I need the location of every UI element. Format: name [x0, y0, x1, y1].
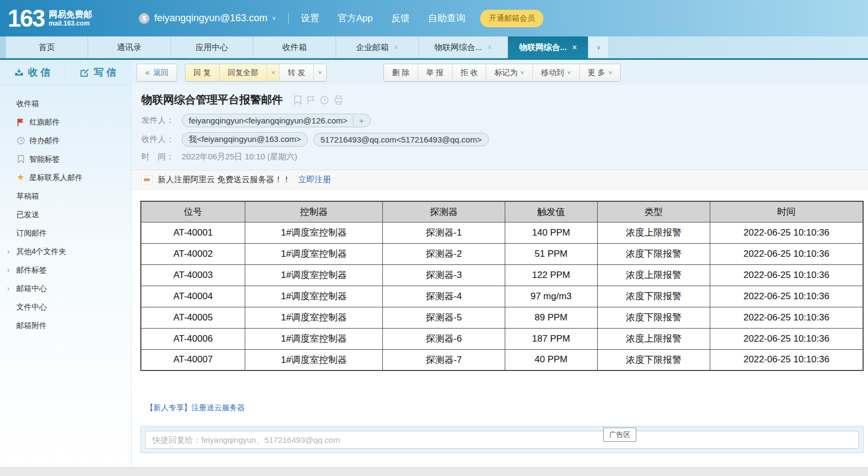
reply-button[interactable]: 回 复: [185, 64, 219, 81]
account-menu[interactable]: $ feiyangqingyun@163.com ∨: [139, 13, 276, 24]
forward-dropdown-button[interactable]: ∨: [313, 64, 326, 81]
sidebar-item-inbox[interactable]: 收件箱: [0, 94, 131, 113]
tab-contacts[interactable]: 通讯录: [88, 36, 171, 58]
close-icon[interactable]: ×: [394, 43, 398, 52]
cell-controller: 1#调度室控制器: [245, 328, 383, 349]
expand-arrow-icon[interactable]: ›: [7, 279, 10, 298]
official-app-link[interactable]: 官方App: [338, 12, 373, 24]
expand-arrow-icon[interactable]: ›: [7, 242, 10, 261]
close-icon[interactable]: ×: [487, 43, 492, 52]
flag-icon[interactable]: [307, 95, 315, 105]
sidebar-item-drafts[interactable]: 草稿箱: [0, 187, 131, 205]
back-button[interactable]: « 返回: [137, 64, 177, 81]
self-service-link[interactable]: 自助查询: [428, 12, 465, 24]
register-now-link[interactable]: 立即注册: [298, 175, 331, 185]
cell-alarm-type: 浓度上限报警: [597, 328, 710, 349]
tab-iot-platform-1[interactable]: 物联网综合... ×: [419, 36, 508, 58]
reply-all-button[interactable]: 回复全部: [219, 64, 266, 81]
tab-inbox[interactable]: 收件箱: [253, 36, 336, 58]
cell-time: 2022-06-25 10:10:36: [710, 222, 863, 243]
chevron-down-icon: ∨: [270, 64, 275, 81]
receive-mail-button[interactable]: 收 信: [0, 66, 65, 79]
account-email: feiyangqingyun@163.com: [154, 13, 267, 24]
red-flag-icon: [16, 118, 25, 126]
vip-upgrade-button[interactable]: 开通邮箱会员: [480, 10, 543, 27]
chevron-down-icon: ∨: [520, 64, 525, 81]
sidebar-item-label: 订阅邮件: [16, 224, 47, 242]
sidebar-item-label: 邮件标签: [16, 261, 47, 279]
table-row: AT-40005 1#调度室控制器 探测器-5 89 PPM 浓度下限报警 20…: [141, 307, 863, 328]
recipient-address-chip[interactable]: 517216493@qq.com<517216493@qq.com>: [313, 133, 489, 146]
chevron-down-icon: ∨: [272, 15, 276, 22]
tab-home[interactable]: 首页: [5, 36, 88, 58]
column-header: 类型: [597, 201, 710, 222]
sidebar-item-starred-contacts-mail[interactable]: ★ 星标联系人邮件: [0, 168, 131, 187]
sidebar-item-smart-tags[interactable]: 智能标签: [0, 150, 131, 168]
cell-detector: 探测器-4: [383, 286, 505, 307]
mark-as-button[interactable]: 标记为 ∨: [486, 64, 532, 81]
sidebar-item-subscriptions[interactable]: 订阅邮件: [0, 224, 131, 242]
folder-sidebar: 收 信 写 信 收件箱 红旗邮件: [0, 60, 132, 467]
add-contact-button[interactable]: +: [353, 116, 364, 125]
settings-link[interactable]: 设置: [301, 12, 319, 24]
back-arrows-icon: «: [145, 64, 150, 81]
cell-trigger-value: 89 PPM: [505, 307, 597, 328]
mail-toolbar: « 返回 回 复 回复全部 ∨ 转 发 ∨ 删 除 举 报 拒 收: [132, 60, 868, 85]
cell-trigger-value: 97 mg/m3: [505, 286, 597, 307]
cell-trigger-value: 51 PPM: [505, 243, 597, 264]
sidebar-item-other-folders[interactable]: › 其他4个文件夹: [0, 242, 131, 261]
compose-mail-button[interactable]: 写 信: [66, 66, 131, 79]
netease-163-logo[interactable]: 163 网易免费邮 mail.163.com: [8, 7, 92, 30]
report-button[interactable]: 举 报: [418, 64, 452, 81]
sidebar-item-todo-mail[interactable]: 待办邮件: [0, 131, 131, 150]
table-row: AT-40004 1#调度室控制器 探测器-4 97 mg/m3 浓度下限报警 …: [141, 286, 863, 307]
bookmark-icon[interactable]: [294, 95, 302, 105]
tab-iot-platform-2-active[interactable]: 物联网综合... ×: [508, 36, 588, 58]
recipient-address-chip[interactable]: 我<feiyangqingyun@163.com>: [182, 132, 308, 147]
topbar: 163 网易免费邮 mail.163.com $ feiyangqingyun@…: [0, 0, 868, 36]
cell-tag: AT-40002: [141, 243, 245, 264]
cell-alarm-type: 浓度下限报警: [597, 243, 710, 264]
close-icon[interactable]: ×: [572, 43, 576, 52]
sidebar-item-label: 收件箱: [16, 94, 39, 113]
recipient-address: 517216493@qq.com<517216493@qq.com>: [320, 135, 482, 144]
compose-mail-icon: [80, 68, 89, 77]
to-label: 收件人：: [141, 134, 182, 145]
sidebar-item-flagged-mail[interactable]: 红旗邮件: [0, 113, 131, 131]
cell-controller: 1#调度室控制器: [245, 307, 383, 328]
more-button[interactable]: 更 多 ∨: [579, 64, 620, 81]
cell-tag: AT-40001: [141, 222, 245, 243]
promo-link[interactable]: 【新人专享】注册送云服务器: [146, 403, 245, 412]
move-to-label: 移动到: [541, 64, 564, 81]
sidebar-item-label: 星标联系人邮件: [29, 168, 83, 187]
cell-detector: 探测器-1: [383, 222, 505, 243]
column-header: 时间: [710, 201, 863, 222]
ad-banner[interactable]: 新人注册阿里云 免费送云服务器！！ 立即注册: [132, 170, 868, 190]
compose-mail-label: 写 信: [94, 66, 116, 79]
sidebar-item-mail-center[interactable]: › 邮箱中心: [0, 279, 131, 298]
tab-enterprise-mail[interactable]: 企业邮箱 ×: [336, 36, 419, 58]
schedule-clock-icon[interactable]: [320, 95, 329, 105]
sidebar-item-file-center[interactable]: 文件中心: [0, 298, 131, 316]
sidebar-item-sent[interactable]: 已发送: [0, 205, 131, 224]
cell-trigger-value: 187 PPM: [505, 328, 597, 349]
quick-reply-input[interactable]: [145, 431, 859, 449]
topbar-divider: [288, 13, 289, 24]
tab-list-dropdown[interactable]: ∨: [588, 36, 609, 58]
sender-address-chip[interactable]: feiyangqingyun<feiyangqingyun@126.com> +: [182, 114, 371, 127]
expand-arrow-icon[interactable]: ›: [7, 261, 10, 279]
column-header: 位号: [141, 201, 245, 222]
sidebar-item-attachments[interactable]: 邮箱附件: [0, 316, 131, 335]
tab-app-center[interactable]: 应用中心: [171, 36, 253, 58]
cell-alarm-type: 浓度上限报警: [597, 264, 710, 286]
feedback-link[interactable]: 反馈: [391, 12, 410, 24]
sidebar-item-mail-tags[interactable]: › 邮件标签: [0, 261, 131, 279]
table-row: AT-40003 1#调度室控制器 探测器-3 122 PPM 浓度上限报警 2…: [141, 264, 863, 286]
cell-tag: AT-40004: [141, 286, 245, 307]
delete-button[interactable]: 删 除: [384, 64, 418, 81]
reply-all-dropdown-button[interactable]: ∨: [266, 64, 280, 81]
reject-button[interactable]: 拒 收: [452, 64, 486, 81]
print-icon[interactable]: [334, 95, 343, 105]
forward-button[interactable]: 转 发: [279, 64, 313, 81]
move-to-button[interactable]: 移动到 ∨: [532, 64, 579, 81]
